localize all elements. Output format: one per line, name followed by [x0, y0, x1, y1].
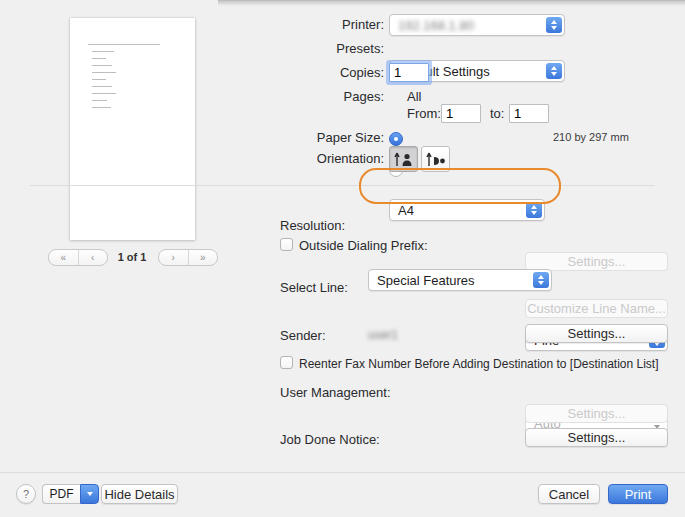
- orientation-landscape-icon: [425, 150, 446, 168]
- last-page-icon: »: [200, 253, 206, 263]
- preview-text-line: [92, 93, 116, 94]
- printer-label: Printer:: [240, 17, 384, 32]
- pages-to-label: to:: [490, 106, 504, 121]
- pages-from-input[interactable]: [441, 104, 481, 123]
- page-indicator: 1 of 1: [106, 251, 158, 263]
- footer-divider: [0, 472, 685, 473]
- sender-label: Sender:: [280, 328, 326, 343]
- previous-page-icon: ‹: [91, 253, 94, 263]
- print-button[interactable]: Print: [608, 484, 668, 504]
- preview-text-line: [92, 86, 112, 87]
- printer-popup[interactable]: 192.168.1.80: [389, 14, 565, 36]
- pdf-menu-button[interactable]: PDF: [42, 484, 99, 504]
- last-page-button[interactable]: »: [189, 250, 218, 265]
- orientation-portrait-button[interactable]: [389, 146, 418, 172]
- presets-label: Presets:: [240, 41, 384, 56]
- chevron-down-icon: [80, 484, 99, 504]
- outside-dialing-prefix-label: Outside Dialing Prefix:: [299, 238, 428, 253]
- orientation-label: Orientation:: [240, 151, 384, 166]
- parent-window-edge: [218, 0, 685, 6]
- page-nav-forward-group: › »: [158, 249, 218, 266]
- stepper-icon: [526, 202, 542, 218]
- paper-size-popup[interactable]: A4: [389, 199, 545, 221]
- job-done-notice-label: Job Done Notice:: [280, 432, 380, 447]
- preview-text-line: [88, 44, 160, 45]
- help-icon: ?: [23, 488, 29, 500]
- stepper-icon: [546, 63, 562, 79]
- help-button[interactable]: ?: [16, 484, 36, 504]
- sender-value: user1: [368, 328, 398, 342]
- stepper-icon: [546, 17, 562, 33]
- printer-value: 192.168.1.80: [398, 18, 474, 33]
- pane-selector-popup[interactable]: Special Features: [368, 269, 552, 291]
- first-page-button[interactable]: «: [49, 250, 79, 265]
- next-page-button[interactable]: ›: [159, 250, 189, 265]
- outside-dialing-prefix-checkbox[interactable]: [280, 238, 293, 251]
- copies-input[interactable]: [389, 63, 429, 82]
- print-preview-page: [70, 18, 195, 240]
- previous-page-button[interactable]: ‹: [79, 250, 108, 265]
- pane-divider: [30, 185, 655, 186]
- select-line-label: Select Line:: [280, 280, 348, 295]
- preview-text-line: [92, 72, 116, 73]
- user-management-settings-button[interactable]: Settings...: [525, 404, 668, 423]
- preview-text-line: [92, 58, 106, 59]
- print-dialog: { "colors": { "accent_blue": "#3B77DB", …: [0, 0, 685, 517]
- paper-size-value: A4: [398, 203, 414, 218]
- page-nav-back-group: « ‹: [48, 249, 108, 266]
- preview-text-line: [92, 51, 114, 52]
- orientation-portrait-icon: [393, 150, 414, 168]
- cancel-button[interactable]: Cancel: [538, 484, 600, 504]
- first-page-icon: «: [60, 253, 66, 263]
- preview-text-line: [92, 107, 111, 108]
- user-management-label: User Management:: [280, 385, 391, 400]
- pdf-menu-label: PDF: [42, 484, 80, 504]
- pages-all-label: All: [407, 89, 421, 104]
- stepper-icon: [533, 272, 549, 288]
- hide-details-button[interactable]: Hide Details: [101, 484, 178, 504]
- next-page-icon: ›: [172, 253, 175, 263]
- reenter-fax-number-label: Reenter Fax Number Before Adding Destina…: [299, 357, 659, 371]
- reenter-fax-number-checkbox[interactable]: [280, 356, 293, 369]
- resolution-label: Resolution:: [280, 218, 345, 233]
- job-done-settings-button[interactable]: Settings...: [525, 428, 668, 447]
- preview-text-line: [92, 79, 106, 80]
- pages-from-label: From:: [407, 106, 441, 121]
- preview-text-line: [92, 100, 107, 101]
- paper-size-label: Paper Size:: [240, 130, 384, 145]
- preview-text-line: [92, 65, 112, 66]
- paper-size-dimensions: 210 by 297 mm: [553, 131, 629, 143]
- copies-label: Copies:: [240, 65, 384, 80]
- orientation-landscape-button[interactable]: [421, 146, 450, 172]
- customize-line-name-button[interactable]: Customize Line Name...: [525, 299, 668, 318]
- pages-to-input[interactable]: [509, 104, 549, 123]
- pages-all-radio[interactable]: [389, 132, 403, 146]
- pages-label: Pages:: [240, 89, 384, 104]
- sender-settings-button[interactable]: Settings...: [525, 324, 668, 343]
- pane-selector-value: Special Features: [377, 273, 475, 288]
